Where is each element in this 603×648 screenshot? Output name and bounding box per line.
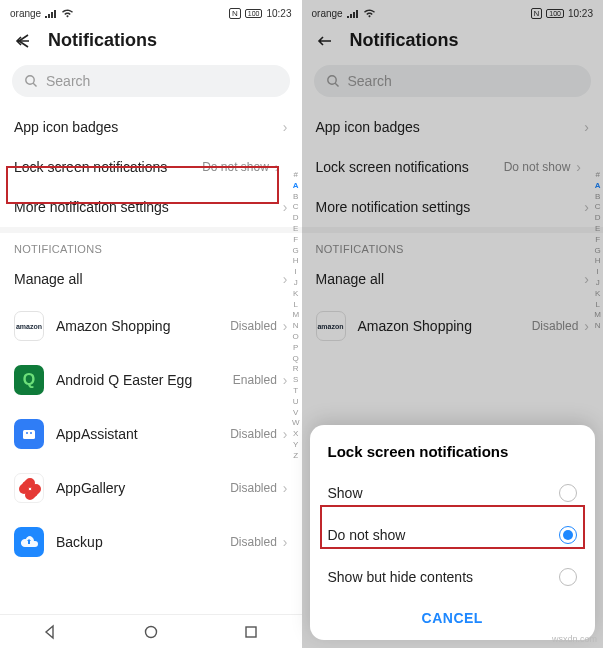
row-app-icon-badges[interactable]: App icon badges › (302, 107, 604, 147)
chevron-right-icon: › (584, 199, 589, 215)
index-letter[interactable]: # (595, 170, 599, 181)
chevron-right-icon: › (283, 534, 288, 550)
chevron-right-icon: › (283, 372, 288, 388)
index-letter[interactable]: B (293, 192, 298, 203)
index-letter[interactable]: K (293, 289, 298, 300)
index-letter[interactable]: N (595, 321, 601, 332)
app-icon-appassistant (14, 419, 44, 449)
index-letter[interactable]: W (292, 418, 300, 429)
app-row-backup[interactable]: Backup Disabled› (0, 515, 302, 569)
index-letter[interactable]: X (293, 429, 298, 440)
index-letter[interactable]: V (293, 408, 298, 419)
index-letter[interactable]: R (293, 364, 299, 375)
index-letter[interactable]: F (595, 235, 600, 246)
index-letter[interactable]: J (596, 278, 600, 289)
alpha-index[interactable]: #ABCDEFGHIJKLMNOPQRSTUVWXYZ (292, 170, 300, 462)
option-show-hide-contents[interactable]: Show but hide contents (310, 556, 596, 598)
app-name: Backup (56, 534, 103, 550)
row-app-icon-badges[interactable]: App icon badges › (0, 107, 302, 147)
index-letter[interactable]: D (293, 213, 299, 224)
app-icon-android-q: Q (14, 365, 44, 395)
svg-rect-6 (246, 627, 256, 637)
search-icon (24, 74, 38, 88)
index-letter[interactable]: D (595, 213, 601, 224)
index-letter[interactable]: B (595, 192, 600, 203)
option-show[interactable]: Show (310, 472, 596, 514)
index-letter[interactable]: K (595, 289, 600, 300)
chevron-right-icon: › (283, 480, 288, 496)
svg-point-5 (145, 626, 156, 637)
index-letter[interactable]: M (292, 310, 299, 321)
section-header-notifications: NOTIFICATIONS (0, 233, 302, 259)
index-letter[interactable]: N (293, 321, 299, 332)
back-button[interactable] (316, 32, 334, 50)
wifi-icon (61, 8, 74, 18)
index-letter[interactable]: H (595, 256, 601, 267)
nav-recent-icon[interactable] (243, 624, 259, 640)
search-input[interactable]: Search (12, 65, 290, 97)
nfc-icon: N (229, 8, 241, 19)
row-label: App icon badges (14, 119, 118, 135)
row-manage-all[interactable]: Manage all › (0, 259, 302, 299)
index-letter[interactable]: A (595, 181, 601, 192)
index-letter[interactable]: A (293, 181, 299, 192)
index-letter[interactable]: H (293, 256, 299, 267)
app-icon-backup (14, 527, 44, 557)
row-manage-all[interactable]: Manage all › (302, 259, 604, 299)
carrier-label: orange (10, 8, 41, 19)
index-letter[interactable]: U (293, 397, 299, 408)
back-button[interactable] (14, 32, 32, 50)
app-row-amazon[interactable]: amazon Amazon Shopping Disabled› (0, 299, 302, 353)
chevron-right-icon: › (584, 318, 589, 334)
app-row-appassistant[interactable]: AppAssistant Disabled› (0, 407, 302, 461)
app-icon-amazon: amazon (316, 311, 346, 341)
page-title: Notifications (350, 30, 459, 51)
index-letter[interactable]: T (293, 386, 298, 397)
row-lock-screen-notifications[interactable]: Lock screen notifications Do not show› (0, 147, 302, 187)
cancel-button[interactable]: CANCEL (310, 598, 596, 634)
index-letter[interactable]: C (293, 202, 299, 213)
alpha-index[interactable]: #ABCDEFGHIJKLMN (594, 170, 601, 332)
app-row-appgallery[interactable]: AppGallery Disabled› (0, 461, 302, 515)
row-lock-screen-notifications[interactable]: Lock screen notifications Do not show› (302, 147, 604, 187)
option-do-not-show[interactable]: Do not show (310, 514, 596, 556)
index-letter[interactable]: L (595, 300, 599, 311)
index-letter[interactable]: Z (293, 451, 298, 462)
app-row-android-q[interactable]: Q Android Q Easter Egg Enabled› (0, 353, 302, 407)
row-label: App icon badges (316, 119, 420, 135)
row-label: Manage all (14, 271, 83, 287)
index-letter[interactable]: M (594, 310, 601, 321)
index-letter[interactable]: I (597, 267, 599, 278)
index-letter[interactable]: J (294, 278, 298, 289)
index-letter[interactable]: O (293, 332, 299, 343)
svg-line-8 (335, 83, 338, 86)
index-letter[interactable]: S (293, 375, 298, 386)
index-letter[interactable]: E (293, 224, 298, 235)
index-letter[interactable]: I (295, 267, 297, 278)
index-letter[interactable]: # (293, 170, 297, 181)
row-value: Do not show (504, 160, 571, 174)
row-more-notification-settings[interactable]: More notification settings › (302, 187, 604, 227)
index-letter[interactable]: Q (293, 354, 299, 365)
nfc-icon: N (531, 8, 543, 19)
app-icon-appgallery (14, 473, 44, 503)
android-navbar (0, 614, 302, 648)
row-label: Lock screen notifications (14, 159, 167, 175)
option-label: Show (328, 485, 363, 501)
index-letter[interactable]: P (293, 343, 298, 354)
index-letter[interactable]: Y (293, 440, 298, 451)
row-label: Manage all (316, 271, 385, 287)
nav-home-icon[interactable] (143, 624, 159, 640)
row-more-notification-settings[interactable]: More notification settings › (0, 187, 302, 227)
index-letter[interactable]: E (595, 224, 600, 235)
nav-back-icon[interactable] (42, 624, 58, 640)
clock-label: 10:23 (266, 8, 291, 19)
page-title: Notifications (48, 30, 157, 51)
app-row-amazon[interactable]: amazon Amazon Shopping Disabled› (302, 299, 604, 353)
search-input[interactable]: Search (314, 65, 592, 97)
index-letter[interactable]: G (595, 246, 601, 257)
index-letter[interactable]: L (293, 300, 297, 311)
index-letter[interactable]: G (293, 246, 299, 257)
index-letter[interactable]: C (595, 202, 601, 213)
index-letter[interactable]: F (293, 235, 298, 246)
